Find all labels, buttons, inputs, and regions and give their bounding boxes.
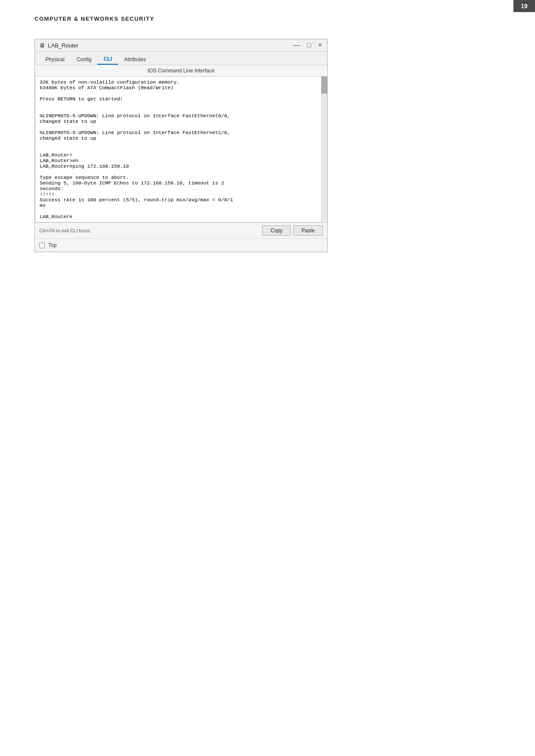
minimize-button[interactable]: —	[292, 42, 301, 49]
top-checkbox-label: Top	[48, 242, 56, 248]
close-button[interactable]: ×	[317, 42, 323, 49]
top-checkbox-area: Top	[35, 238, 327, 252]
cli-scrollbar[interactable]	[321, 76, 327, 222]
tab-attributes[interactable]: Attributes	[118, 54, 152, 65]
window-controls: — □ ×	[292, 42, 323, 49]
router-icon: 🖥	[39, 42, 45, 49]
cli-bottom-bar: Ctrl+F6 to exit CLI focus Copy Paste	[35, 222, 327, 238]
tab-config[interactable]: Config	[71, 54, 98, 65]
window-title: 🖥 LAB_Router	[39, 42, 78, 49]
top-checkbox[interactable]	[39, 243, 45, 248]
cli-terminal[interactable]: 32K bytes of non-volatile configuration …	[35, 76, 327, 222]
router-window: 🖥 LAB_Router — □ × Physical Config CLI A…	[34, 39, 328, 252]
copy-button[interactable]: Copy	[262, 225, 291, 236]
window-title-text: LAB_Router	[48, 42, 78, 49]
page-number: 19	[513, 0, 535, 12]
window-titlebar: 🖥 LAB_Router — □ ×	[35, 39, 327, 52]
cli-hint-text: Ctrl+F6 to exit CLI focus	[39, 228, 90, 233]
tab-physical[interactable]: Physical	[39, 54, 71, 65]
section-heading: IOS Command Line Interface	[35, 65, 327, 76]
page-heading: COMPUTER & NETWORKS SECURITY	[34, 16, 154, 22]
cli-scrollbar-thumb[interactable]	[321, 76, 327, 94]
tab-cli[interactable]: CLI	[97, 54, 118, 65]
cli-action-buttons: Copy Paste	[262, 225, 323, 236]
tabs-bar: Physical Config CLI Attributes	[35, 52, 327, 65]
maximize-button[interactable]: □	[306, 42, 312, 49]
paste-button[interactable]: Paste	[293, 225, 323, 236]
